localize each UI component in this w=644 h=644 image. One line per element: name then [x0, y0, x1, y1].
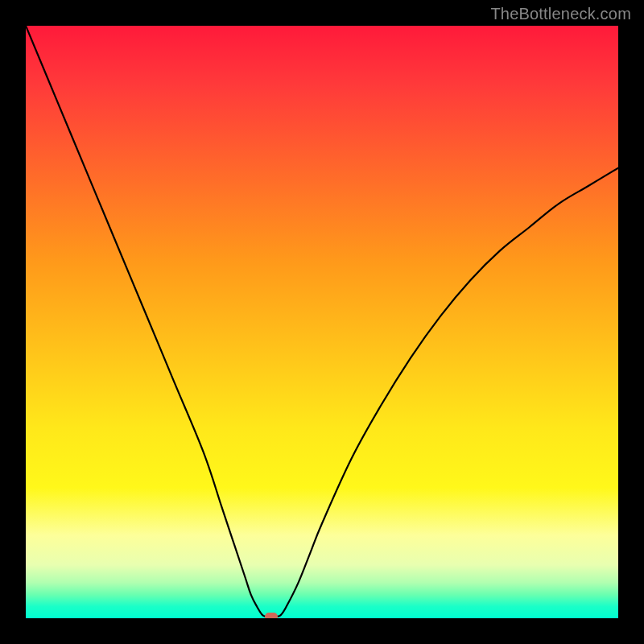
plot-area [26, 26, 618, 618]
chart-frame: TheBottleneck.com [0, 0, 644, 644]
bottleneck-curve [26, 26, 618, 618]
watermark-text: TheBottleneck.com [490, 5, 631, 23]
minimum-marker [265, 613, 278, 618]
